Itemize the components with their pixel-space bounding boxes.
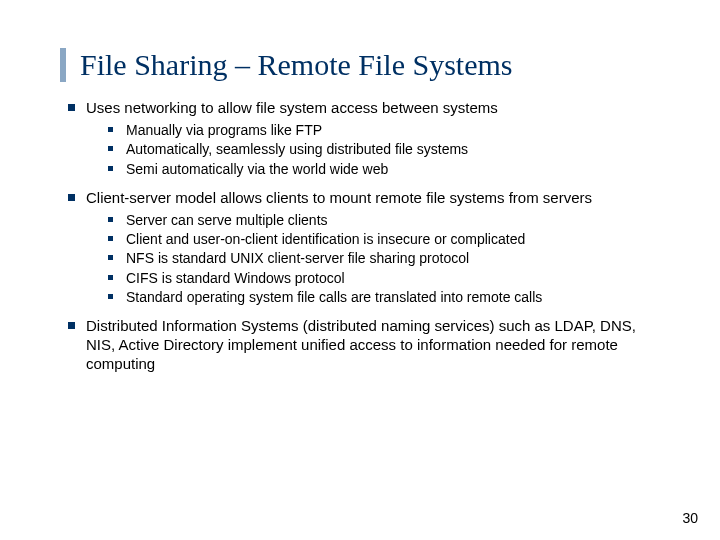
square-bullet-icon [108, 217, 113, 222]
square-bullet-icon [68, 322, 75, 329]
list-item-text: Server can serve multiple clients [126, 212, 328, 228]
sub-list: Server can serve multiple clients Client… [86, 211, 660, 306]
square-bullet-icon [108, 294, 113, 299]
list-item-text: Manually via programs like FTP [126, 122, 322, 138]
list-item: Distributed Information Systems (distrib… [68, 316, 660, 374]
square-bullet-icon [108, 127, 113, 132]
list-item: Server can serve multiple clients [108, 211, 660, 229]
list-item: Standard operating system file calls are… [108, 288, 660, 306]
list-item: Uses networking to allow file system acc… [68, 98, 660, 178]
list-item-text: Automatically, seamlessly using distribu… [126, 141, 468, 157]
page-number: 30 [682, 510, 698, 526]
slide: File Sharing – Remote File Systems Uses … [0, 0, 720, 540]
list-item-text: Semi automatically via the world wide we… [126, 161, 388, 177]
list-item-text: NFS is standard UNIX client-server file … [126, 250, 469, 266]
list-item-text: Client-server model allows clients to mo… [86, 189, 592, 206]
square-bullet-icon [68, 194, 75, 201]
list-item-text: Distributed Information Systems (distrib… [86, 317, 636, 372]
square-bullet-icon [108, 255, 113, 260]
bullet-list: Uses networking to allow file system acc… [60, 98, 660, 373]
list-item: Client-server model allows clients to mo… [68, 188, 660, 306]
list-item: Automatically, seamlessly using distribu… [108, 140, 660, 158]
square-bullet-icon [108, 146, 113, 151]
list-item-text: Client and user-on-client identification… [126, 231, 525, 247]
list-item: Client and user-on-client identification… [108, 230, 660, 248]
list-item: Manually via programs like FTP [108, 121, 660, 139]
square-bullet-icon [108, 166, 113, 171]
list-item: CIFS is standard Windows protocol [108, 269, 660, 287]
square-bullet-icon [108, 275, 113, 280]
list-item-text: Uses networking to allow file system acc… [86, 99, 498, 116]
slide-title: File Sharing – Remote File Systems [60, 48, 660, 82]
list-item: Semi automatically via the world wide we… [108, 160, 660, 178]
list-item: NFS is standard UNIX client-server file … [108, 249, 660, 267]
square-bullet-icon [68, 104, 75, 111]
sub-list: Manually via programs like FTP Automatic… [86, 121, 660, 178]
square-bullet-icon [108, 236, 113, 241]
list-item-text: CIFS is standard Windows protocol [126, 270, 345, 286]
list-item-text: Standard operating system file calls are… [126, 289, 542, 305]
